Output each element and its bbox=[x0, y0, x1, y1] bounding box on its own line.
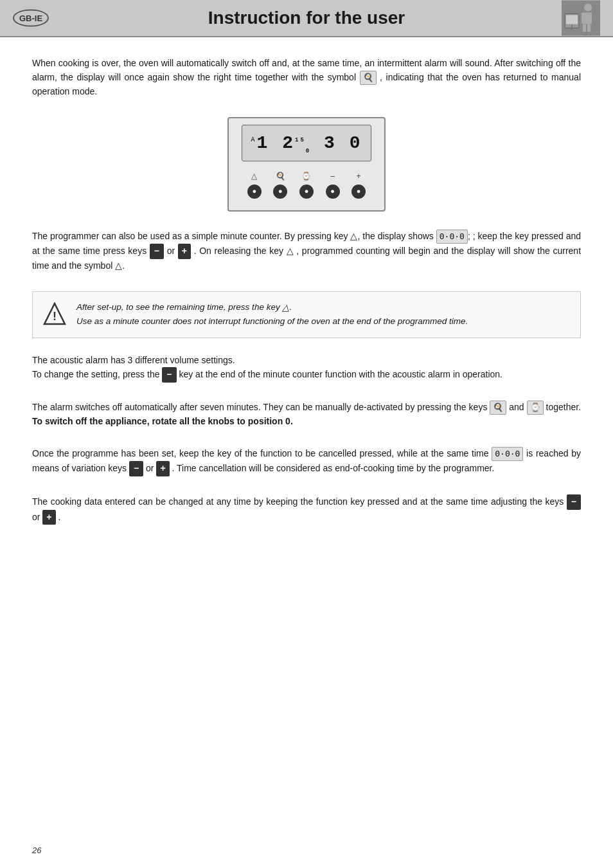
paragraph-5: Once the programme has been set, keep th… bbox=[32, 447, 581, 476]
bell-symbol-top: △ bbox=[251, 170, 257, 183]
svg-rect-5 bbox=[566, 15, 578, 24]
bell-key-icon-2: △ bbox=[287, 244, 294, 258]
paragraph-3: The acoustic alarm has 3 different volum… bbox=[32, 354, 581, 383]
paragraph-1: When cooking is over, the oven will auto… bbox=[32, 57, 581, 99]
svg-rect-1 bbox=[582, 12, 592, 24]
page-number: 26 bbox=[32, 845, 41, 855]
svg-point-7 bbox=[571, 27, 573, 30]
p2-start: The programmer can also be used as a sim… bbox=[32, 231, 348, 241]
svg-text:!: ! bbox=[53, 310, 57, 323]
p6-start: The cooking data entered can be changed … bbox=[32, 496, 564, 507]
warning-text: After set-up, to see the remaining time,… bbox=[76, 301, 468, 329]
plus-button-col: + ● bbox=[351, 170, 366, 199]
clock-symbol-top: ⌚ bbox=[301, 170, 311, 183]
clock-button-col: ⌚ ● bbox=[299, 170, 314, 199]
page-header: GB-IE Instruction for the user bbox=[0, 0, 613, 37]
svg-rect-2 bbox=[583, 24, 586, 32]
timer-button: ● bbox=[273, 185, 287, 199]
p4-together: together. bbox=[546, 402, 582, 412]
minus-button: ● bbox=[326, 185, 340, 199]
oven-display: A1 2150 3 0 △ ● 🍳 ● ⌚ ● bbox=[227, 117, 386, 212]
timer-symbol-top: 🍳 bbox=[276, 170, 285, 183]
minus-key-p5: − bbox=[129, 461, 143, 476]
p2-display-shows: the display bbox=[362, 231, 405, 241]
svg-rect-3 bbox=[587, 24, 591, 32]
clock-icon-p4: ⌚ bbox=[527, 401, 544, 415]
plus-key-p5: + bbox=[156, 461, 169, 476]
bell-symbol-final: △ bbox=[115, 259, 122, 273]
plus-button: ● bbox=[351, 185, 366, 199]
p2-shows-word: shows bbox=[408, 231, 436, 241]
minus-button-col: – ● bbox=[326, 170, 340, 199]
p4-bold-text: To switch off the appliance, rotate all … bbox=[32, 416, 293, 426]
display-image-container: A1 2150 3 0 △ ● 🍳 ● ⌚ ● bbox=[32, 117, 581, 212]
p3-line2-end: key at the end of the minute counter fun… bbox=[179, 369, 502, 379]
shows-display-icon: 0·0·0 bbox=[436, 230, 468, 244]
logo-text: GB-IE bbox=[19, 14, 42, 23]
plus-key-icon: + bbox=[178, 244, 191, 259]
p5-or: or bbox=[146, 463, 156, 473]
timer-button-col: 🍳 ● bbox=[273, 170, 287, 199]
p3-line2: To change the setting, press the − key a… bbox=[32, 367, 581, 383]
p6-or: or bbox=[32, 511, 42, 521]
timer-icon-p4: 🍳 bbox=[490, 401, 506, 415]
header-image bbox=[562, 1, 600, 36]
person-oven-icon bbox=[564, 2, 599, 34]
display-button-row: △ ● 🍳 ● ⌚ ● – ● bbox=[242, 168, 372, 201]
bell-button: ● bbox=[247, 185, 262, 199]
p4-start: The alarm switches off automatically aft… bbox=[32, 402, 487, 412]
paragraph-6: The cooking data entered can be changed … bbox=[32, 494, 581, 525]
bell-button-col: △ ● bbox=[247, 170, 262, 199]
warning-triangle-icon: ! bbox=[43, 302, 66, 325]
clock-button: ● bbox=[299, 185, 314, 199]
minus-symbol-top: – bbox=[330, 170, 335, 183]
bell-key-icon: △ bbox=[350, 230, 357, 244]
minus-key-icon: − bbox=[150, 244, 164, 259]
p6-end: . bbox=[58, 511, 60, 521]
p4-and: and bbox=[509, 402, 526, 412]
manual-mode-symbol: 🍳 bbox=[360, 71, 377, 85]
plus-symbol-top: + bbox=[357, 170, 361, 183]
bell-key-warning: △ bbox=[282, 301, 289, 315]
p3-line2-start: To change the setting, press the bbox=[32, 369, 159, 379]
warning-line2: Use as a minute counter does not interru… bbox=[76, 315, 468, 329]
minus-key-p3: − bbox=[162, 367, 176, 383]
time-display-p5: 0·0·0 bbox=[492, 447, 523, 461]
paragraph-2: The programmer can also be used as a sim… bbox=[32, 230, 581, 273]
p2-or: or bbox=[167, 246, 178, 256]
p3-line1: The acoustic alarm has 3 different volum… bbox=[32, 354, 581, 368]
page-content: When cooking is over, the oven will auto… bbox=[0, 37, 613, 562]
svg-point-0 bbox=[584, 3, 592, 11]
plus-key-p6: + bbox=[42, 510, 55, 525]
minus-key-p6: − bbox=[567, 494, 581, 510]
warning-box: ! After set-up, to see the remaining tim… bbox=[32, 291, 581, 338]
warning-line1: After set-up, to see the remaining time,… bbox=[76, 301, 468, 315]
p2-dot: . bbox=[122, 260, 125, 271]
display-screen: A1 2150 3 0 bbox=[242, 125, 372, 161]
p5-start: Once the programme has been set, keep th… bbox=[32, 448, 489, 458]
p5-end: . Time cancellation will be considered a… bbox=[172, 463, 494, 473]
brand-logo: GB-IE bbox=[13, 10, 49, 27]
page-title: Instruction for the user bbox=[208, 8, 405, 28]
p2-end: . On releasing the key bbox=[194, 246, 283, 256]
paragraph-4: The alarm switches off automatically aft… bbox=[32, 401, 581, 429]
